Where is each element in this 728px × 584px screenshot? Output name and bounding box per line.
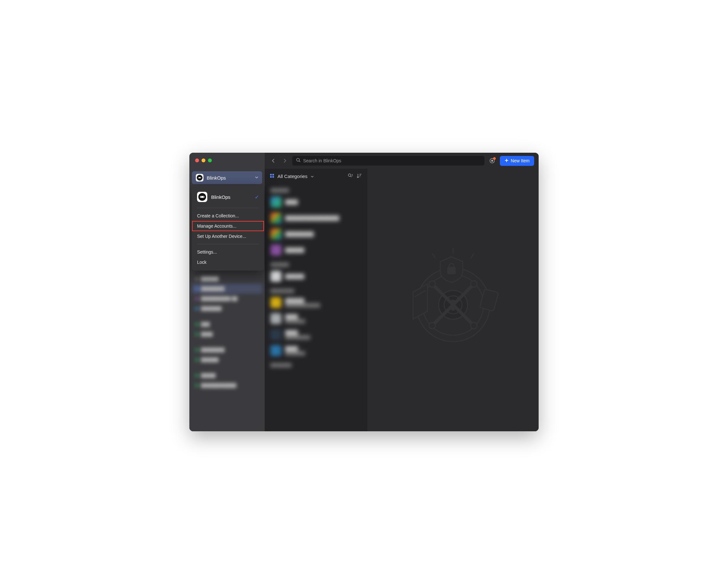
sidebar-item[interactable]: ████████████ — [192, 380, 262, 390]
svg-point-3 — [200, 177, 201, 178]
svg-rect-16 — [270, 174, 272, 175]
svg-line-42 — [432, 254, 436, 258]
divider — [197, 208, 259, 208]
account-dropdown: BlinkOps ✓ Create a Collection... Manage… — [192, 185, 264, 271]
svg-rect-39 — [448, 267, 455, 274]
account-name: BlinkOps — [207, 175, 252, 180]
sidebar-item[interactable]: ███████ — [192, 304, 262, 313]
sidebar: BlinkOps BlinkOps ✓ Create a Collection.… — [189, 153, 265, 431]
svg-rect-18 — [270, 176, 272, 178]
dropdown-account-name: BlinkOps — [211, 194, 251, 200]
divider — [197, 244, 259, 244]
notification-badge-icon — [493, 157, 496, 160]
account-avatar-icon — [197, 192, 207, 202]
menu-setup-device[interactable]: Set Up Another Device... — [192, 231, 264, 242]
sidebar-item[interactable]: █████ — [192, 370, 262, 380]
svg-point-10 — [297, 159, 300, 161]
item-list: ███████ ████ █████████████████ █████████… — [265, 184, 367, 431]
filter-button[interactable] — [348, 173, 353, 179]
chevron-down-icon — [311, 173, 314, 179]
svg-rect-17 — [272, 174, 274, 175]
forward-button[interactable] — [281, 157, 289, 165]
sort-button[interactable] — [357, 173, 362, 179]
app-window: BlinkOps BlinkOps ✓ Create a Collection.… — [189, 153, 539, 431]
menu-lock[interactable]: Lock — [192, 257, 264, 267]
list-item[interactable]: ██████ — [268, 268, 363, 284]
svg-point-38 — [471, 323, 477, 329]
menu-settings[interactable]: Settings... — [192, 247, 264, 257]
menu-manage-accounts[interactable]: Manage Accounts... — [192, 221, 264, 231]
svg-rect-19 — [272, 176, 274, 178]
list-item[interactable]: ████ — [268, 194, 363, 210]
svg-point-35 — [429, 281, 436, 287]
dropdown-account-row[interactable]: BlinkOps ✓ — [192, 189, 264, 205]
sidebar-item[interactable]: ████████ — [192, 284, 262, 294]
maximize-window-button[interactable] — [208, 159, 212, 162]
account-selector[interactable]: BlinkOps — [192, 171, 262, 184]
close-window-button[interactable] — [195, 159, 199, 162]
list-item[interactable]: ██████████████ — [268, 327, 363, 342]
svg-point-36 — [471, 281, 477, 287]
back-button[interactable] — [269, 157, 278, 165]
sidebar-item[interactable]: ████████ — [192, 345, 262, 355]
svg-point-7 — [203, 197, 204, 197]
checkmark-icon: ✓ — [255, 194, 259, 200]
list-item[interactable]: ████████████ — [268, 311, 363, 327]
svg-line-21 — [350, 176, 352, 177]
main-area: New Item All Categories — [265, 153, 539, 431]
window-controls — [195, 159, 212, 162]
category-selector[interactable]: All Categories — [278, 173, 344, 179]
minimize-window-button[interactable] — [202, 159, 205, 162]
svg-point-2 — [198, 177, 199, 178]
list-item[interactable]: ████████████ — [268, 342, 363, 359]
menu-create-collection[interactable]: Create a Collection... — [192, 211, 264, 221]
search-bar[interactable] — [292, 156, 485, 166]
search-icon — [296, 158, 301, 164]
empty-state-vault-icon — [395, 242, 511, 358]
topbar: New Item — [265, 153, 539, 169]
sidebar-nav-list: ██████ ████████ ██████████ ██ ███████ ██… — [189, 274, 265, 390]
svg-point-37 — [429, 323, 436, 329]
svg-point-6 — [201, 197, 201, 197]
chevron-down-icon — [255, 175, 258, 180]
sidebar-item[interactable]: ██████████ ██ — [192, 294, 262, 304]
item-list-panel: All Categories — [265, 169, 367, 431]
list-item[interactable]: █████████████████ — [268, 210, 363, 226]
list-item[interactable]: ██████ — [268, 242, 363, 258]
notifications-button[interactable] — [488, 156, 497, 165]
svg-line-11 — [299, 161, 301, 162]
sidebar-item[interactable]: ██████ — [192, 355, 262, 365]
sidebar-item[interactable]: ████ — [192, 329, 262, 339]
list-header: All Categories — [265, 169, 367, 184]
list-item[interactable]: ████████████████████ — [268, 295, 363, 311]
account-icon — [196, 174, 204, 182]
content-area: All Categories — [265, 169, 539, 431]
detail-panel — [367, 169, 539, 431]
sidebar-item[interactable]: ██████ — [192, 274, 262, 284]
svg-point-13 — [491, 160, 493, 162]
list-item[interactable]: █████████ — [268, 226, 363, 242]
sidebar-item[interactable]: ███ — [192, 319, 262, 329]
svg-point-20 — [348, 174, 351, 176]
new-item-label: New Item — [511, 158, 530, 163]
plus-icon — [504, 158, 509, 164]
svg-line-44 — [471, 254, 474, 258]
search-input[interactable] — [303, 158, 480, 163]
new-item-button[interactable]: New Item — [500, 156, 534, 166]
category-grid-icon — [270, 173, 274, 179]
